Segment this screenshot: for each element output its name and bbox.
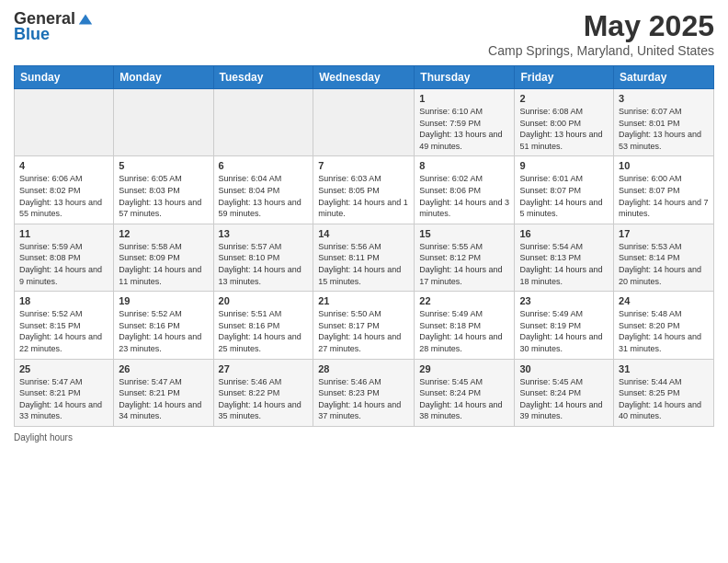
day-number: 25 [19,363,108,374]
svg-marker-0 [79,14,92,24]
day-number: 22 [419,295,509,306]
calendar-dow-saturday: Saturday [614,66,714,89]
day-info: Sunrise: 5:46 AM Sunset: 8:22 PM Dayligh… [219,376,309,422]
calendar-dow-monday: Monday [114,66,213,89]
day-info: Sunrise: 5:59 AM Sunset: 8:08 PM Dayligh… [19,241,108,287]
day-number: 20 [219,295,309,306]
calendar-dow-tuesday: Tuesday [213,66,313,89]
day-info: Sunrise: 5:56 AM Sunset: 8:11 PM Dayligh… [318,241,409,287]
day-number: 8 [419,160,509,171]
calendar-cell: 19Sunrise: 5:52 AM Sunset: 8:16 PM Dayli… [114,292,213,359]
day-number: 10 [619,160,709,171]
day-info: Sunrise: 5:47 AM Sunset: 8:21 PM Dayligh… [119,376,208,422]
day-number: 24 [619,295,709,306]
day-number: 29 [419,363,509,374]
day-number: 19 [119,295,208,306]
logo: General Blue [14,9,94,44]
calendar-cell: 20Sunrise: 5:51 AM Sunset: 8:16 PM Dayli… [213,292,313,359]
calendar-cell: 11Sunrise: 5:59 AM Sunset: 8:08 PM Dayli… [15,224,114,291]
month-title: May 2025 [488,9,714,43]
calendar-cell: 25Sunrise: 5:47 AM Sunset: 8:21 PM Dayli… [15,359,114,426]
day-number: 15 [419,228,509,239]
day-info: Sunrise: 5:47 AM Sunset: 8:21 PM Dayligh… [19,376,108,422]
day-number: 5 [119,160,208,171]
page-header: General Blue May 2025 Camp Springs, Mary… [14,9,714,58]
day-info: Sunrise: 6:01 AM Sunset: 8:07 PM Dayligh… [519,173,609,219]
day-number: 30 [519,363,609,374]
day-number: 28 [318,363,409,374]
day-info: Sunrise: 6:06 AM Sunset: 8:02 PM Dayligh… [19,173,108,219]
day-info: Sunrise: 5:55 AM Sunset: 8:12 PM Dayligh… [419,241,509,287]
calendar-cell: 24Sunrise: 5:48 AM Sunset: 8:20 PM Dayli… [614,292,714,359]
calendar-cell: 7Sunrise: 6:03 AM Sunset: 8:05 PM Daylig… [313,156,415,224]
calendar-table: SundayMondayTuesdayWednesdayThursdayFrid… [14,65,714,427]
day-info: Sunrise: 5:57 AM Sunset: 8:10 PM Dayligh… [219,241,309,287]
day-number: 14 [318,228,409,239]
day-info: Sunrise: 6:00 AM Sunset: 8:07 PM Dayligh… [619,173,709,219]
calendar-cell [15,89,114,156]
logo-blue-text: Blue [14,25,50,44]
footer-note: Daylight hours [14,432,714,442]
day-number: 26 [119,363,208,374]
day-info: Sunrise: 5:49 AM Sunset: 8:18 PM Dayligh… [419,308,509,354]
calendar-cell: 31Sunrise: 5:44 AM Sunset: 8:25 PM Dayli… [614,359,714,426]
day-info: Sunrise: 6:04 AM Sunset: 8:04 PM Dayligh… [219,173,309,219]
title-area: May 2025 Camp Springs, Maryland, United … [488,9,714,58]
calendar-dow-wednesday: Wednesday [313,66,415,89]
day-number: 13 [219,228,309,239]
day-info: Sunrise: 6:07 AM Sunset: 8:01 PM Dayligh… [619,106,709,152]
calendar-cell: 16Sunrise: 5:54 AM Sunset: 8:13 PM Dayli… [515,224,614,291]
calendar-cell: 5Sunrise: 6:05 AM Sunset: 8:03 PM Daylig… [114,156,213,224]
calendar-cell: 30Sunrise: 5:45 AM Sunset: 8:24 PM Dayli… [515,359,614,426]
calendar-cell: 21Sunrise: 5:50 AM Sunset: 8:17 PM Dayli… [313,292,415,359]
day-info: Sunrise: 5:52 AM Sunset: 8:16 PM Dayligh… [119,308,208,354]
day-info: Sunrise: 5:45 AM Sunset: 8:24 PM Dayligh… [519,376,609,422]
day-info: Sunrise: 5:51 AM Sunset: 8:16 PM Dayligh… [219,308,309,354]
calendar-cell [114,89,213,156]
calendar-cell: 4Sunrise: 6:06 AM Sunset: 8:02 PM Daylig… [15,156,114,224]
day-info: Sunrise: 5:48 AM Sunset: 8:20 PM Dayligh… [619,308,709,354]
calendar-cell: 10Sunrise: 6:00 AM Sunset: 8:07 PM Dayli… [614,156,714,224]
day-number: 11 [19,228,108,239]
day-number: 18 [19,295,108,306]
calendar-cell: 29Sunrise: 5:45 AM Sunset: 8:24 PM Dayli… [415,359,515,426]
day-number: 7 [318,160,409,171]
day-number: 31 [619,363,709,374]
day-info: Sunrise: 5:50 AM Sunset: 8:17 PM Dayligh… [318,308,409,354]
day-info: Sunrise: 6:05 AM Sunset: 8:03 PM Dayligh… [119,173,208,219]
calendar-week-row: 25Sunrise: 5:47 AM Sunset: 8:21 PM Dayli… [15,359,714,426]
calendar-cell: 2Sunrise: 6:08 AM Sunset: 8:00 PM Daylig… [515,89,614,156]
calendar-cell: 3Sunrise: 6:07 AM Sunset: 8:01 PM Daylig… [614,89,714,156]
day-number: 21 [318,295,409,306]
day-info: Sunrise: 6:02 AM Sunset: 8:06 PM Dayligh… [419,173,509,219]
calendar-week-row: 11Sunrise: 5:59 AM Sunset: 8:08 PM Dayli… [15,224,714,291]
day-info: Sunrise: 5:44 AM Sunset: 8:25 PM Dayligh… [619,376,709,422]
day-info: Sunrise: 6:03 AM Sunset: 8:05 PM Dayligh… [318,173,409,219]
day-info: Sunrise: 6:08 AM Sunset: 8:00 PM Dayligh… [519,106,609,152]
day-info: Sunrise: 5:53 AM Sunset: 8:14 PM Dayligh… [619,241,709,287]
calendar-week-row: 4Sunrise: 6:06 AM Sunset: 8:02 PM Daylig… [15,156,714,224]
day-info: Sunrise: 6:10 AM Sunset: 7:59 PM Dayligh… [419,106,509,152]
day-info: Sunrise: 5:58 AM Sunset: 8:09 PM Dayligh… [119,241,208,287]
calendar-cell [213,89,313,156]
day-number: 12 [119,228,208,239]
calendar-cell: 6Sunrise: 6:04 AM Sunset: 8:04 PM Daylig… [213,156,313,224]
day-number: 27 [219,363,309,374]
calendar-week-row: 18Sunrise: 5:52 AM Sunset: 8:15 PM Dayli… [15,292,714,359]
day-info: Sunrise: 5:45 AM Sunset: 8:24 PM Dayligh… [419,376,509,422]
calendar-header-row: SundayMondayTuesdayWednesdayThursdayFrid… [15,66,714,89]
calendar-cell: 1Sunrise: 6:10 AM Sunset: 7:59 PM Daylig… [415,89,515,156]
calendar-cell: 18Sunrise: 5:52 AM Sunset: 8:15 PM Dayli… [15,292,114,359]
day-number: 1 [419,93,509,104]
calendar-week-row: 1Sunrise: 6:10 AM Sunset: 7:59 PM Daylig… [15,89,714,156]
calendar-cell: 8Sunrise: 6:02 AM Sunset: 8:06 PM Daylig… [415,156,515,224]
calendar-cell: 27Sunrise: 5:46 AM Sunset: 8:22 PM Dayli… [213,359,313,426]
day-number: 2 [519,93,609,104]
logo-icon [77,11,94,28]
day-number: 6 [219,160,309,171]
calendar-cell: 28Sunrise: 5:46 AM Sunset: 8:23 PM Dayli… [313,359,415,426]
calendar-dow-thursday: Thursday [415,66,515,89]
calendar-cell: 22Sunrise: 5:49 AM Sunset: 8:18 PM Dayli… [415,292,515,359]
day-number: 23 [519,295,609,306]
location-title: Camp Springs, Maryland, United States [488,43,714,58]
